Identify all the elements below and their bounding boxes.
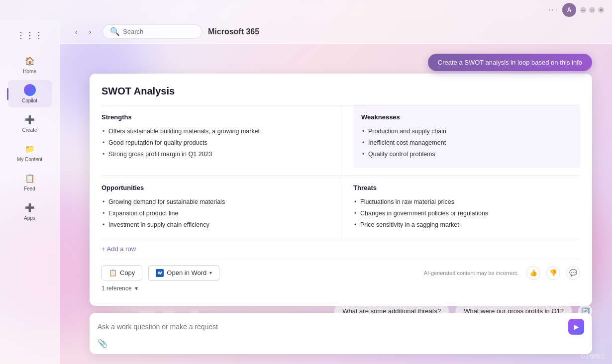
threats-list: Fluctuations in raw material prices Chan… bbox=[353, 196, 572, 230]
attach-icon[interactable]: 📎 bbox=[98, 339, 107, 348]
footer-left: 📋 Copy W Open in Word ▾ bbox=[102, 265, 219, 281]
reference-bar[interactable]: 1 reference ▾ bbox=[102, 281, 580, 294]
card-footer: 📋 Copy W Open in Word ▾ AI-generated con… bbox=[102, 259, 580, 281]
sidebar: ⋮⋮⋮ 🏠 Home Copilot ➕ Create 📁 My Content… bbox=[0, 20, 60, 364]
sidebar-item-my-content[interactable]: 📁 My Content bbox=[8, 139, 52, 166]
word-icon: W bbox=[156, 269, 164, 277]
list-item: Price sensitivity in a sagging market bbox=[353, 219, 572, 231]
input-toolbar: 📎 bbox=[98, 335, 584, 348]
input-row: ▶ bbox=[98, 319, 584, 335]
input-area: ▶ 📎 bbox=[90, 313, 592, 354]
thumbs-down-button[interactable]: 👎 bbox=[546, 266, 560, 280]
list-item: Production and supply chain bbox=[361, 126, 572, 137]
strengths-list: Offers sustainable building materials, a… bbox=[102, 126, 333, 160]
close-button[interactable]: ✕ bbox=[598, 7, 604, 13]
window-controls: — □ ✕ bbox=[580, 7, 604, 13]
swot-title: SWOT Analysis bbox=[102, 86, 580, 97]
more-button[interactable]: ··· bbox=[549, 5, 558, 14]
list-item: Strong gross profit margin in Q1 2023 bbox=[102, 149, 333, 160]
list-item: Expansion of product line bbox=[102, 208, 333, 219]
watermark: G | 懂技汇 bbox=[581, 353, 606, 360]
open-word-button[interactable]: W Open in Word ▾ bbox=[148, 265, 219, 281]
list-item: Growing demand for sustainable materials bbox=[102, 196, 333, 208]
list-item: Fluctuations in raw material prices bbox=[353, 196, 572, 208]
sidebar-label-apps: Apps bbox=[24, 215, 35, 221]
sidebar-label-create: Create bbox=[22, 127, 37, 133]
create-icon: ➕ bbox=[24, 113, 36, 125]
ai-notice: AI-generated content may be incorrect. bbox=[424, 270, 518, 276]
app-title: Microsoft 365 bbox=[208, 27, 259, 36]
swot-opportunities: Opportunities Growing demand for sustain… bbox=[102, 176, 341, 239]
swot-card: SWOT Analysis Strengths Offers sustainab… bbox=[90, 74, 592, 306]
main-content: ‹ › 🔍 Microsoft 365 Create a SWOT analys… bbox=[60, 20, 612, 364]
reference-text: 1 reference bbox=[102, 285, 132, 292]
search-icon: 🔍 bbox=[110, 27, 120, 36]
weaknesses-list: Production and supply chain Inefficient … bbox=[361, 126, 572, 160]
sidebar-label-feed: Feed bbox=[24, 186, 35, 191]
user-avatar[interactable]: A bbox=[562, 3, 576, 17]
search-input[interactable] bbox=[123, 28, 193, 35]
app-grid-icon[interactable]: ⋮⋮⋮ bbox=[12, 26, 47, 45]
copilot-icon bbox=[24, 84, 36, 96]
open-word-label: Open in Word bbox=[167, 269, 206, 276]
chat-input[interactable] bbox=[98, 323, 563, 331]
chat-area: Create a SWOT analysis in loop based on … bbox=[60, 44, 612, 364]
back-button[interactable]: ‹ bbox=[70, 25, 83, 38]
add-row-button[interactable]: + Add a row bbox=[102, 239, 580, 257]
list-item: Inefficient cost management bbox=[361, 137, 572, 149]
nav-arrows: ‹ › bbox=[70, 25, 97, 38]
swot-weaknesses: Weaknesses Production and supply chain I… bbox=[341, 105, 580, 176]
swot-strengths: Strengths Offers sustainable building ma… bbox=[102, 105, 341, 176]
list-item: Offers sustainable building materials, a… bbox=[102, 126, 333, 137]
send-button[interactable]: ▶ bbox=[568, 319, 584, 335]
sidebar-label-copilot: Copilot bbox=[22, 98, 37, 103]
my-content-icon: 📁 bbox=[24, 143, 36, 155]
thumbs-up-button[interactable]: 👍 bbox=[526, 266, 540, 280]
swot-threats: Threats Fluctuations in raw material pri… bbox=[341, 176, 580, 239]
opportunities-heading: Opportunities bbox=[102, 184, 333, 191]
feedback-icons: 👍 👎 💬 bbox=[526, 266, 580, 280]
copy-label: Copy bbox=[120, 269, 135, 276]
sidebar-label-my-content: My Content bbox=[17, 157, 42, 162]
opportunities-list: Growing demand for sustainable materials… bbox=[102, 196, 333, 230]
list-item: Changes in government policies or regula… bbox=[353, 208, 572, 219]
apps-icon: ➕ bbox=[24, 201, 36, 213]
search-bar[interactable]: 🔍 bbox=[102, 24, 202, 39]
comment-button[interactable]: 💬 bbox=[566, 266, 580, 280]
feed-icon: 📋 bbox=[24, 172, 36, 184]
chevron-down-icon: ▾ bbox=[209, 270, 212, 275]
footer-right: AI-generated content may be incorrect. 👍… bbox=[424, 266, 580, 280]
copy-icon: 📋 bbox=[109, 269, 117, 276]
chevron-down-icon: ▾ bbox=[135, 285, 138, 292]
strengths-heading: Strengths bbox=[102, 113, 333, 121]
minimize-button[interactable]: — bbox=[580, 7, 586, 13]
list-item: Good reputation for quality products bbox=[102, 137, 333, 149]
list-item: Quality control problems bbox=[361, 149, 572, 160]
list-item: Investment in supply chain efficiency bbox=[102, 219, 333, 231]
maximize-button[interactable]: □ bbox=[589, 7, 595, 13]
sidebar-item-create[interactable]: ➕ Create bbox=[8, 109, 52, 137]
window-chrome: ··· A — □ ✕ bbox=[0, 0, 612, 20]
threats-heading: Threats bbox=[353, 184, 572, 191]
home-icon: 🏠 bbox=[24, 55, 36, 67]
sidebar-item-feed[interactable]: 📋 Feed bbox=[8, 168, 52, 195]
create-swot-button[interactable]: Create a SWOT analysis in loop based on … bbox=[428, 54, 592, 71]
forward-button[interactable]: › bbox=[84, 25, 97, 38]
sidebar-item-copilot[interactable]: Copilot bbox=[8, 80, 52, 107]
weaknesses-heading: Weaknesses bbox=[361, 113, 572, 121]
copy-button[interactable]: 📋 Copy bbox=[102, 265, 142, 280]
sidebar-item-apps[interactable]: ➕ Apps bbox=[8, 197, 52, 225]
sidebar-item-home[interactable]: 🏠 Home bbox=[8, 51, 52, 78]
sidebar-label-home: Home bbox=[23, 69, 36, 74]
top-bar: ‹ › 🔍 Microsoft 365 bbox=[60, 20, 612, 44]
swot-grid: Strengths Offers sustainable building ma… bbox=[102, 105, 580, 239]
app-container: ⋮⋮⋮ 🏠 Home Copilot ➕ Create 📁 My Content… bbox=[0, 20, 612, 364]
